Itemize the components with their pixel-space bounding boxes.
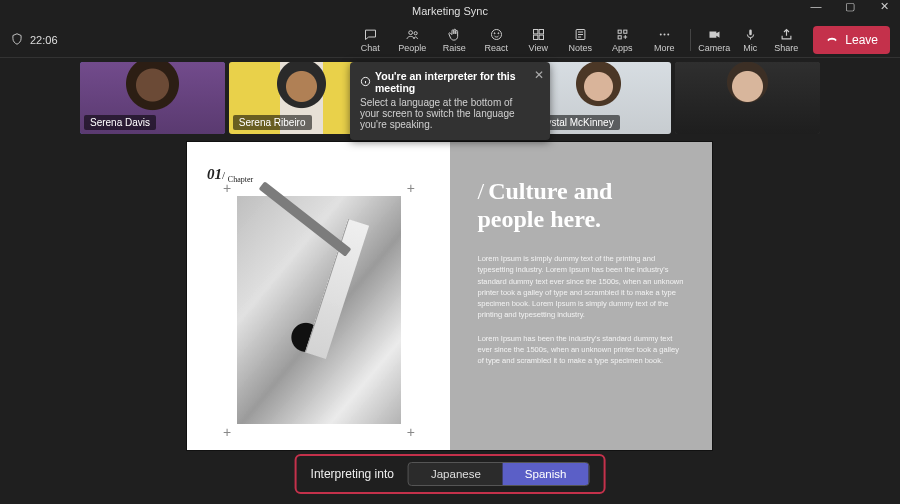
camera-button[interactable]: Camera — [697, 23, 731, 57]
interpreter-tooltip: You're an interpreter for this meeting S… — [350, 62, 550, 140]
more-button[interactable]: More — [644, 23, 684, 57]
svg-point-4 — [498, 32, 499, 33]
chapter-label: Chapter — [228, 175, 253, 184]
video-tile[interactable]: Serena Davis — [80, 62, 225, 134]
participant-name: Serena Davis — [84, 115, 156, 130]
svg-point-1 — [414, 31, 417, 34]
svg-rect-16 — [749, 29, 752, 35]
crop-mark-icon: + — [407, 180, 415, 196]
meeting-title: Marketing Sync — [412, 5, 488, 17]
window-controls: — ▢ ✕ — [804, 0, 896, 13]
close-icon[interactable]: ✕ — [534, 68, 544, 82]
language-option-spanish[interactable]: Spanish — [503, 463, 589, 485]
svg-rect-5 — [533, 29, 537, 33]
slide-heading: Culture and people here. — [478, 178, 685, 233]
slide-image: + + + + — [233, 192, 405, 428]
shared-content: 01/ Chapter + + + + Culture and people h… — [187, 142, 712, 450]
svg-rect-8 — [539, 35, 543, 39]
close-window-button[interactable]: ✕ — [872, 0, 896, 13]
slide-right-page: Culture and people here. Lorem Ipsum is … — [450, 142, 713, 450]
crop-mark-icon: + — [407, 424, 415, 440]
minimize-button[interactable]: — — [804, 0, 828, 13]
language-option-japanese[interactable]: Japanese — [409, 463, 503, 485]
people-button[interactable]: People — [392, 23, 432, 57]
maximize-button[interactable]: ▢ — [838, 0, 862, 13]
svg-rect-11 — [624, 30, 627, 33]
language-toggle: Japanese Spanish — [408, 462, 589, 486]
tooltip-title: You're an interpreter for this meeting — [375, 70, 526, 94]
svg-point-0 — [409, 30, 413, 34]
svg-point-3 — [494, 32, 495, 33]
notes-button[interactable]: Notes — [560, 23, 600, 57]
svg-rect-10 — [618, 30, 621, 33]
shield-icon — [10, 32, 24, 48]
leave-label: Leave — [845, 33, 878, 47]
photo — [237, 196, 401, 424]
slide-paragraph: Lorem Ipsum is simply dummy text of the … — [478, 253, 685, 321]
raise-hand-button[interactable]: Raise — [434, 23, 474, 57]
apps-button[interactable]: Apps — [602, 23, 642, 57]
mic-button[interactable]: Mic — [733, 23, 767, 57]
crop-mark-icon: + — [223, 180, 231, 196]
chapter-marker: 01/ Chapter — [207, 166, 430, 184]
meeting-timer: 22:06 — [30, 34, 58, 46]
svg-rect-6 — [539, 29, 543, 33]
participant-name: Serena Ribeiro — [233, 115, 312, 130]
interpreter-label: Interpreting into — [311, 467, 394, 481]
share-button[interactable]: Share — [769, 23, 803, 57]
crop-mark-icon: + — [223, 424, 231, 440]
chapter-number: 01 — [207, 166, 222, 182]
info-icon — [360, 76, 371, 89]
chat-button[interactable]: Chat — [350, 23, 390, 57]
interpreter-bar: Interpreting into Japanese Spanish — [295, 454, 606, 494]
tooltip-body: Select a language at the bottom of your … — [360, 97, 526, 130]
svg-point-13 — [660, 33, 662, 35]
avatar — [675, 62, 820, 134]
slide-paragraph: Lorem Ipsum has been the industry's stan… — [478, 333, 685, 367]
svg-rect-12 — [618, 35, 621, 38]
svg-point-15 — [667, 33, 669, 35]
svg-point-2 — [491, 29, 501, 39]
video-tile[interactable] — [675, 62, 820, 134]
svg-rect-7 — [533, 35, 537, 39]
react-button[interactable]: React — [476, 23, 516, 57]
slide-left-page: 01/ Chapter + + + + — [187, 142, 450, 450]
title-bar: Marketing Sync — ▢ ✕ — [0, 0, 900, 22]
svg-point-14 — [663, 33, 665, 35]
leave-button[interactable]: Leave — [813, 26, 890, 54]
view-button[interactable]: View — [518, 23, 558, 57]
separator — [690, 29, 691, 51]
meeting-toolbar: 22:06 Chat People Raise React View Notes — [0, 22, 900, 58]
